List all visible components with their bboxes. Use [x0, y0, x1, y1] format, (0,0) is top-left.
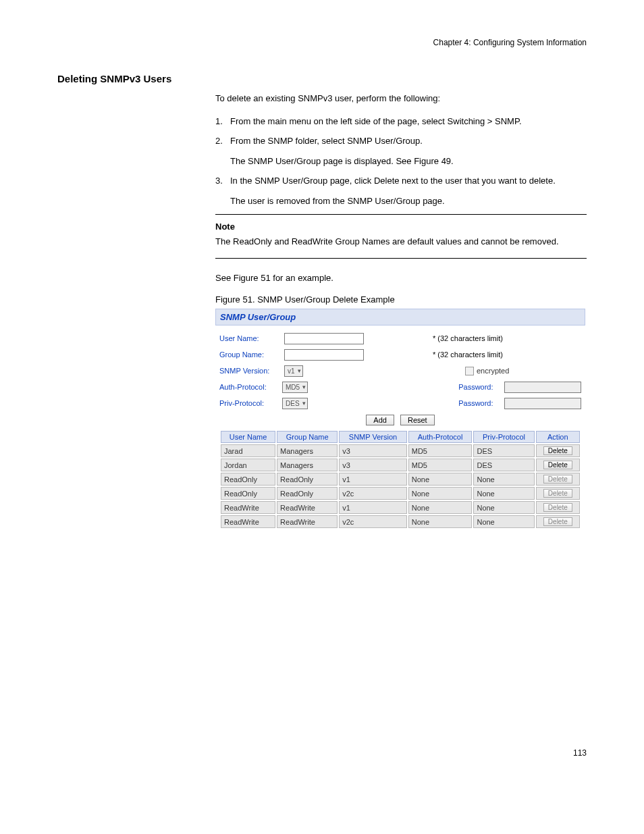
step-text: From the main menu on the left side of t…: [230, 115, 568, 128]
privprotocol-select[interactable]: DES ▾: [282, 398, 308, 409]
username-label: User Name:: [219, 334, 284, 342]
delete-button[interactable]: Delete: [543, 446, 572, 455]
table-cell: ReadWrite: [277, 515, 338, 528]
table-cell: ReadOnly: [277, 473, 338, 486]
priv-password-label: Password:: [458, 399, 504, 407]
auth-password-input[interactable]: [504, 382, 581, 393]
delete-button: Delete: [543, 475, 572, 484]
section-intro: To delete an existing SNMPv3 user, perfo…: [215, 93, 587, 105]
col-priv-protocol: Priv-Protocol: [473, 431, 534, 443]
step-number: 3.: [215, 174, 230, 188]
table-cell: ReadOnly: [221, 487, 275, 500]
col-user-name: User Name: [221, 431, 275, 443]
groupname-input[interactable]: [284, 349, 364, 361]
col-group-name: Group Name: [277, 431, 338, 443]
table-cell-action: Delete: [536, 501, 580, 514]
table-cell-action: Delete: [536, 459, 580, 471]
table-cell: MD5: [408, 459, 473, 471]
snmpversion-select[interactable]: v1 ▾: [284, 365, 303, 377]
table-cell: v2c: [339, 487, 406, 500]
snmpversion-value: v1: [288, 367, 295, 375]
chapter-line: Chapter 4: Configuring System Informatio…: [57, 38, 587, 47]
table-cell: Managers: [277, 444, 338, 457]
note-box: Note The ReadOnly and ReadWrite Group Na…: [215, 214, 587, 259]
table-cell: None: [408, 487, 473, 500]
table-cell: v3: [339, 459, 406, 471]
section-title: Deleting SNMPv3 Users: [57, 73, 587, 84]
user-group-table: User Name Group Name SNMP Version Auth-P…: [219, 429, 581, 529]
privprotocol-value: DES: [286, 400, 300, 407]
delete-button: Delete: [543, 503, 572, 512]
table-cell: v1: [339, 473, 406, 486]
table-cell: DES: [473, 444, 534, 457]
table-cell: None: [408, 473, 473, 486]
delete-button: Delete: [543, 489, 572, 498]
table-cell: ReadWrite: [221, 515, 275, 528]
table-cell: None: [408, 501, 473, 514]
table-cell: DES: [473, 459, 534, 471]
table-row: ReadOnlyReadOnlyv2cNoneNoneDelete: [221, 487, 580, 500]
table-cell: Jordan: [221, 459, 275, 471]
authprotocol-label: Auth-Protocol:: [219, 383, 282, 391]
col-action: Action: [536, 431, 580, 443]
add-button[interactable]: Add: [366, 415, 394, 425]
auth-password-label: Password:: [458, 383, 504, 391]
authprotocol-select[interactable]: MD5 ▾: [282, 382, 308, 393]
priv-password-input[interactable]: [504, 398, 581, 409]
groupname-label: Group Name:: [219, 350, 284, 359]
figure-caption: Figure 51. SNMP User/Group Delete Exampl…: [215, 294, 587, 305]
table-row: JordanManagersv3MD5DESDelete: [221, 459, 580, 471]
table-cell: None: [473, 487, 534, 500]
encrypted-checkbox[interactable]: [465, 367, 474, 375]
table-cell: ReadOnly: [277, 487, 338, 500]
table-cell: None: [473, 501, 534, 514]
table-cell: MD5: [408, 444, 473, 457]
table-cell: ReadWrite: [277, 501, 338, 514]
delete-button: Delete: [543, 517, 572, 526]
table-cell: v2c: [339, 515, 406, 528]
table-cell: None: [473, 515, 534, 528]
step-number: 1.: [215, 115, 230, 128]
table-cell: ReadOnly: [221, 473, 275, 486]
reset-button[interactable]: Reset: [400, 415, 435, 425]
table-cell: Jarad: [221, 444, 275, 457]
table-row: JaradManagersv3MD5DESDelete: [221, 444, 580, 457]
chevron-down-icon: ▾: [302, 384, 306, 390]
table-row: ReadWriteReadWritev1NoneNoneDelete: [221, 501, 580, 514]
encrypted-label: encrypted: [477, 367, 509, 375]
authprotocol-value: MD5: [286, 384, 300, 391]
username-hint: * (32 characters limit): [433, 334, 503, 342]
table-cell-action: Delete: [536, 487, 580, 500]
table-cell: ReadWrite: [221, 501, 275, 514]
table-cell-action: Delete: [536, 473, 580, 486]
snmpversion-label: SNMP Version:: [219, 367, 284, 375]
chevron-down-icon: ▾: [298, 367, 301, 374]
col-auth-protocol: Auth-Protocol: [408, 431, 473, 443]
closing-text: See Figure 51 for an example.: [215, 272, 587, 285]
step-list: 1.From the main menu on the left side of…: [215, 115, 587, 208]
username-input[interactable]: [284, 333, 364, 344]
groupname-hint: * (32 characters limit): [433, 350, 503, 359]
page-number: 113: [573, 748, 587, 758]
note-body: The ReadOnly and ReadWrite Group Names a…: [215, 236, 587, 249]
chevron-down-icon: ▾: [302, 400, 306, 407]
step-number: 2.: [215, 134, 230, 148]
step-subtext: The SNMP User/Group page is displayed. S…: [230, 155, 568, 168]
step-result: The user is removed from the SNMP User/G…: [230, 194, 568, 208]
table-cell: None: [473, 473, 534, 486]
figure-screenshot: SNMP User/Group User Name: * (32 charact…: [215, 309, 585, 532]
table-row: ReadOnlyReadOnlyv1NoneNoneDelete: [221, 473, 580, 486]
table-cell: None: [408, 515, 473, 528]
table-cell: v1: [339, 501, 406, 514]
step-text: In the SNMP User/Group page, click Delet…: [230, 174, 568, 188]
table-cell-action: Delete: [536, 444, 580, 457]
panel-title: SNMP User/Group: [215, 309, 585, 325]
note-title: Note: [215, 221, 587, 232]
table-cell-action: Delete: [536, 515, 580, 528]
privprotocol-label: Priv-Protocol:: [219, 399, 282, 407]
table-row: ReadWriteReadWritev2cNoneNoneDelete: [221, 515, 580, 528]
table-cell: v3: [339, 444, 406, 457]
delete-button[interactable]: Delete: [543, 461, 572, 469]
table-cell: Managers: [277, 459, 338, 471]
step-text: From the SNMP folder, select SNMP User/G…: [230, 134, 568, 148]
